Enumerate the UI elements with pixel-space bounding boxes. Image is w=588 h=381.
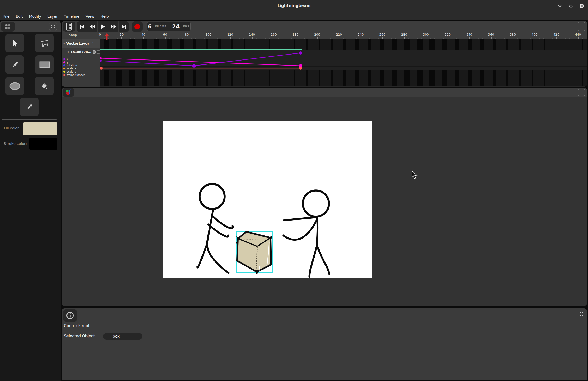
grid-icon	[5, 24, 10, 29]
keyframe-frameNumber[interactable]	[100, 67, 103, 70]
film-button[interactable]	[63, 22, 75, 32]
window-controls	[558, 0, 584, 12]
frame-label: FRAME	[155, 25, 167, 28]
snap-checkbox[interactable]	[64, 34, 67, 37]
menu-bar: FileEditModifyLayerTimelineViewHelp	[0, 12, 588, 20]
film-strip-icon	[66, 23, 72, 31]
collapse-triangle-icon[interactable]: ▾	[63, 42, 65, 45]
info-panel-expand-button[interactable]	[578, 311, 585, 317]
rectangle-icon	[39, 61, 50, 69]
fps-label: FPS	[183, 25, 189, 28]
menu-modify[interactable]: Modify	[26, 14, 44, 19]
property-color-dot	[63, 74, 65, 76]
ruler-label: 400	[532, 33, 538, 37]
ruler-label: 40	[141, 33, 145, 37]
keyframe-x[interactable]	[100, 60, 102, 62]
keyframe-x[interactable]	[299, 51, 302, 55]
timeline-curves[interactable]	[100, 39, 587, 87]
skip-to-end-button[interactable]	[119, 21, 129, 32]
fill-color-swatch[interactable]	[23, 122, 57, 135]
timeline-expand-button[interactable]	[578, 22, 585, 31]
rewind-button[interactable]	[87, 21, 98, 32]
ruler-label: 100	[206, 33, 212, 37]
menu-file[interactable]: File	[0, 14, 13, 19]
fast-forward-button[interactable]	[108, 21, 119, 32]
property-color-dot	[63, 61, 65, 63]
stick-figure-left	[197, 184, 233, 273]
timeline-ruler[interactable]: Snap 02040608010012014016018020022024026…	[62, 32, 587, 39]
canvas-header	[62, 88, 587, 97]
ruler-label: 380	[510, 33, 516, 37]
play-button[interactable]	[98, 21, 108, 32]
maximize-icon[interactable]	[569, 4, 573, 8]
shapes-button[interactable]	[63, 88, 74, 97]
app-window: Lightningbeam FileEditModifyLayerTimelin…	[0, 0, 588, 381]
keyframe-frameNumber[interactable]	[299, 67, 302, 70]
ruler-label: 300	[423, 33, 429, 37]
menu-view[interactable]: View	[83, 14, 97, 19]
expand-icon	[580, 25, 583, 28]
playhead[interactable]	[105, 33, 109, 40]
ruler-label: 360	[488, 33, 494, 37]
transform-tool-button[interactable]	[35, 34, 54, 52]
timeline-panel: 6 FRAME 24 FPS Snap 02040608010012014016…	[62, 21, 587, 87]
pencil-tool-button[interactable]	[5, 55, 24, 74]
tools-panel-expand-button[interactable]	[49, 22, 57, 31]
sublayer-name: 151ad70a...	[71, 50, 91, 54]
selected-object-dropdown[interactable]: box	[103, 333, 142, 340]
sublayer-swatch-toggle[interactable]	[93, 50, 96, 54]
select-tool-button[interactable]	[5, 34, 24, 52]
stroke-color-label: Stroke color:	[4, 141, 27, 146]
sublayer-row[interactable]: ▾ 151ad70a... ~	[62, 49, 100, 55]
ellipse-tool-button[interactable]	[5, 77, 24, 95]
ruler-label: 240	[358, 33, 364, 37]
paint-bucket-tool-button[interactable]	[35, 77, 54, 95]
drawing-stage[interactable]	[163, 121, 372, 278]
keyframe-y[interactable]	[100, 57, 102, 59]
panel-grid-button[interactable]	[1, 22, 15, 32]
info-icon	[66, 311, 74, 320]
fill-color-label: Fill color:	[4, 126, 20, 130]
info-button[interactable]	[63, 309, 77, 322]
property-color-dot	[63, 68, 65, 69]
frame-value: 6	[148, 23, 152, 30]
collapse-triangle-icon[interactable]: ▾	[68, 50, 69, 54]
menu-edit[interactable]: Edit	[13, 14, 26, 19]
snap-label: Snap	[69, 33, 77, 37]
selected-box	[236, 232, 273, 274]
ruler-label: 280	[401, 33, 407, 37]
property-frameNumber[interactable]: frameNumber	[63, 73, 85, 76]
record-button[interactable]	[132, 21, 143, 32]
canvas-expand-button[interactable]	[578, 89, 585, 96]
frame-fps-display: 6 FRAME 24 FPS	[147, 22, 191, 31]
sublayer-ease-toggle[interactable]: ~	[97, 50, 100, 54]
property-rotation[interactable]: rotation	[63, 64, 77, 67]
info-panel: Context: root Selected Object box	[62, 308, 587, 380]
layer-row-vectorlayer[interactable]: ▾ VectorLayer [L]	[62, 39, 100, 48]
stroke-color-swatch[interactable]	[29, 138, 57, 150]
menu-help[interactable]: Help	[97, 14, 112, 19]
tools-panel-header	[0, 21, 61, 32]
eyedropper-tool-button[interactable]	[20, 98, 39, 116]
ellipse-icon	[9, 82, 21, 90]
property-x[interactable]: x	[63, 57, 68, 61]
fps-value: 24	[172, 23, 180, 30]
keyframe-x[interactable]	[192, 64, 196, 68]
ruler-label: 160	[271, 33, 277, 37]
menu-timeline[interactable]: Timeline	[61, 14, 83, 19]
ruler-label: 320	[445, 33, 451, 37]
pencil-icon	[11, 61, 19, 69]
property-color-dot	[63, 58, 65, 60]
layer-name: VectorLayer	[66, 41, 89, 45]
close-icon[interactable]	[580, 4, 584, 8]
box-shape[interactable]	[237, 232, 271, 272]
minimize-icon[interactable]	[558, 5, 562, 7]
skip-to-start-button[interactable]	[77, 21, 87, 32]
record-icon	[134, 24, 140, 29]
menu-layer[interactable]: Layer	[44, 14, 61, 19]
property-y[interactable]: y	[63, 61, 68, 64]
property-scale_y[interactable]: scale_y	[63, 70, 76, 73]
rectangle-tool-button[interactable]	[35, 55, 54, 74]
property-scale_x[interactable]: scale_x	[63, 67, 76, 70]
timeline-cells[interactable]	[100, 39, 587, 87]
